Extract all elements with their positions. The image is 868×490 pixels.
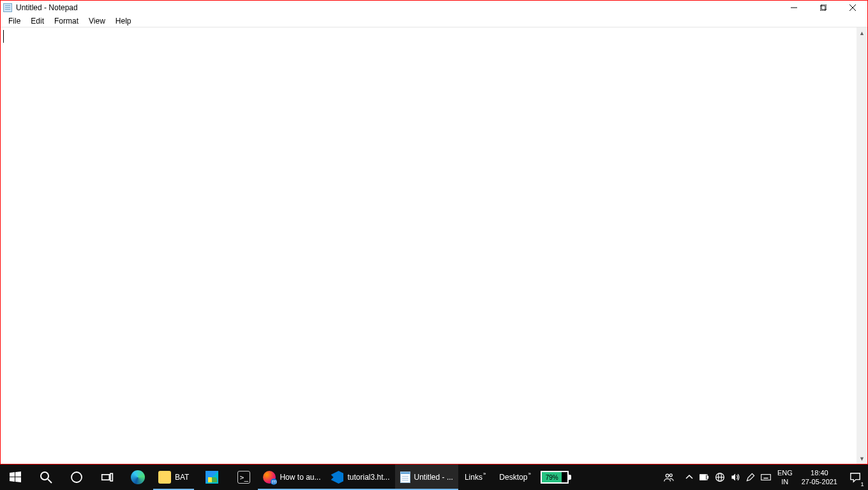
svg-rect-1 xyxy=(820,6,825,11)
taskbar-task-vscode[interactable]: tutorial3.ht... xyxy=(326,464,394,490)
photos-icon xyxy=(206,471,218,484)
menu-file[interactable]: File xyxy=(3,16,26,26)
people-icon xyxy=(664,472,674,482)
battery-indicator[interactable]: 79% xyxy=(541,470,569,485)
taskbar-photos[interactable] xyxy=(194,464,230,490)
terminal-icon: >_ xyxy=(237,471,250,484)
action-center-button[interactable] xyxy=(842,464,868,490)
menu-help[interactable]: Help xyxy=(110,16,137,26)
svg-rect-2 xyxy=(821,4,827,10)
toolbar-desktop[interactable]: Desktop » xyxy=(493,464,537,490)
start-button[interactable] xyxy=(0,464,31,490)
window-title: Untitled - Notepad xyxy=(16,3,78,12)
toolbar-label: Links xyxy=(465,473,483,482)
toolbar-label: Desktop xyxy=(499,473,527,482)
battery-small-icon xyxy=(700,472,710,482)
menu-edit[interactable]: Edit xyxy=(26,16,49,26)
task-label: BAT xyxy=(175,473,189,482)
close-icon xyxy=(849,4,856,11)
titlebar-left: Untitled - Notepad xyxy=(3,3,78,12)
battery-percent: 79% xyxy=(542,472,562,482)
notification-icon xyxy=(849,471,861,483)
language-indicator[interactable]: ENG IN xyxy=(774,468,797,486)
language-code: ENG xyxy=(777,468,793,477)
window-controls xyxy=(779,1,867,15)
battery-cap-icon xyxy=(568,475,571,480)
svg-rect-18 xyxy=(761,475,771,480)
keyboard-layout: IN xyxy=(777,477,793,486)
battery-icon: 79% xyxy=(541,471,569,484)
pen-icon xyxy=(745,472,756,482)
cortana-button[interactable] xyxy=(61,464,92,490)
taskbar-task-notepad[interactable]: Untitled - ... xyxy=(395,464,458,490)
close-button[interactable] xyxy=(838,1,867,15)
folder-icon xyxy=(158,471,171,484)
menu-format[interactable]: Format xyxy=(49,16,84,26)
clock-time: 18:40 xyxy=(802,468,837,477)
taskbar-task-bat[interactable]: BAT xyxy=(153,464,194,490)
svg-point-10 xyxy=(666,474,669,477)
tray-overflow-button[interactable] xyxy=(682,464,697,490)
task-view-icon xyxy=(100,470,114,484)
svg-rect-13 xyxy=(707,476,708,478)
chevron-up-icon xyxy=(684,472,694,482)
vscode-icon xyxy=(331,471,343,484)
svg-rect-14 xyxy=(700,475,706,480)
svg-rect-8 xyxy=(102,475,110,480)
keyboard-icon xyxy=(761,472,771,482)
text-cursor xyxy=(3,30,4,43)
speaker-icon xyxy=(730,472,740,482)
task-label: Untitled - ... xyxy=(414,473,453,482)
chevron-icon: » xyxy=(483,471,486,477)
taskbar-terminal[interactable]: >_ xyxy=(230,464,258,490)
tray-keyboard-button[interactable] xyxy=(758,464,774,490)
scroll-up-icon[interactable]: ▲ xyxy=(857,27,867,38)
clock[interactable]: 18:40 27-05-2021 xyxy=(797,468,842,486)
firefox-icon xyxy=(263,471,276,484)
chevron-icon: » xyxy=(528,471,530,477)
scroll-down-icon[interactable]: ▼ xyxy=(857,453,867,464)
globe-icon xyxy=(715,472,725,482)
taskbar-toolbars: Links » Desktop » xyxy=(458,464,538,490)
svg-point-5 xyxy=(41,472,49,480)
task-view-button[interactable] xyxy=(92,464,123,490)
search-button[interactable] xyxy=(31,464,61,490)
toolbar-links[interactable]: Links » xyxy=(458,464,493,490)
svg-rect-9 xyxy=(110,473,112,481)
menubar: File Edit Format View Help xyxy=(1,15,867,27)
task-label: tutorial3.ht... xyxy=(347,473,389,482)
taskbar: BAT >_ How to au... tutorial3.ht... Unti… xyxy=(0,464,868,490)
svg-line-6 xyxy=(48,479,52,483)
windows-logo-icon xyxy=(8,470,22,484)
tray-volume-button[interactable] xyxy=(728,464,743,490)
notepad-icon xyxy=(400,471,410,483)
text-editor[interactable] xyxy=(1,27,857,464)
maximize-icon xyxy=(820,4,827,11)
notepad-app-icon xyxy=(3,3,12,12)
svg-point-11 xyxy=(670,474,672,477)
editor-area: ▲ ▼ xyxy=(1,27,867,464)
taskbar-edge[interactable] xyxy=(123,464,153,490)
vertical-scrollbar[interactable]: ▲ ▼ xyxy=(857,27,867,464)
system-tray: ENG IN 18:40 27-05-2021 xyxy=(656,464,868,490)
tray-pen-button[interactable] xyxy=(743,464,758,490)
menu-view[interactable]: View xyxy=(84,16,110,26)
maximize-button[interactable] xyxy=(809,1,838,15)
tray-power-button[interactable] xyxy=(697,464,712,490)
cortana-icon xyxy=(70,470,84,484)
minimize-button[interactable] xyxy=(779,1,809,15)
taskbar-task-firefox[interactable]: How to au... xyxy=(258,464,326,490)
edge-icon xyxy=(131,470,145,484)
people-button[interactable] xyxy=(656,464,682,490)
notepad-window: Untitled - Notepad File Edit Format View… xyxy=(0,0,868,464)
clock-date: 27-05-2021 xyxy=(802,477,837,486)
svg-point-7 xyxy=(71,472,82,482)
tray-network-button[interactable] xyxy=(712,464,728,490)
search-icon xyxy=(39,470,53,484)
task-label: How to au... xyxy=(280,473,320,482)
titlebar[interactable]: Untitled - Notepad xyxy=(1,1,867,15)
minimize-icon xyxy=(791,4,797,11)
